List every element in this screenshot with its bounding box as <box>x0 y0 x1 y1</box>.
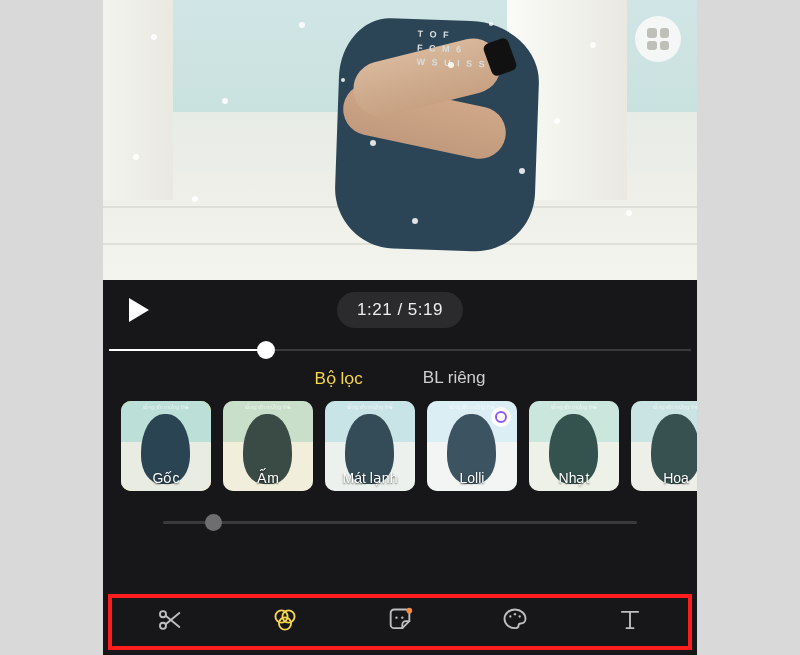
palette-icon <box>501 606 529 638</box>
filter-hoa[interactable]: tổng ơn mừng thế Hoa <box>631 401 697 491</box>
subject-person: T O F F C M 6 W S U I S S <box>297 0 557 240</box>
svg-point-5 <box>395 617 397 619</box>
tab-filters[interactable]: Bộ lọc <box>314 368 362 389</box>
svg-point-9 <box>514 613 516 615</box>
filters-icon <box>271 606 299 638</box>
playback-bar: 1:21 / 5:19 <box>103 284 697 336</box>
svg-point-10 <box>519 615 521 617</box>
tool-draw[interactable] <box>500 607 530 637</box>
seek-fill <box>109 349 266 351</box>
premium-badge-icon <box>491 407 511 427</box>
filter-lolli[interactable]: tổng ơn mừng thế Lolli <box>427 401 517 491</box>
seek-slider[interactable] <box>109 340 691 360</box>
time-display: 1:21 / 5:19 <box>337 292 463 328</box>
filter-strip[interactable]: tổng ơn mừng thế Gốc tổng ơn mừng thế Ấm… <box>103 401 697 491</box>
tool-cut[interactable] <box>155 607 185 637</box>
scissors-icon <box>156 606 184 638</box>
layout-grid-button[interactable] <box>635 16 681 62</box>
video-preview[interactable]: T O F F C M 6 W S U I S S <box>103 0 697 280</box>
seek-knob[interactable] <box>257 341 275 359</box>
tab-custom-filters[interactable]: BL riêng <box>423 368 486 389</box>
svg-point-6 <box>401 617 403 619</box>
bottom-toolbar <box>108 594 692 650</box>
svg-point-7 <box>407 608 413 614</box>
tool-filters[interactable] <box>270 607 300 637</box>
filter-intensity-slider[interactable] <box>163 513 637 531</box>
tool-text[interactable] <box>615 607 645 637</box>
intensity-knob[interactable] <box>205 514 222 531</box>
sticker-icon <box>386 606 414 638</box>
filter-nhat[interactable]: tổng ơn mừng thế Nhạt <box>529 401 619 491</box>
svg-point-3 <box>282 610 294 622</box>
svg-point-8 <box>509 615 511 617</box>
grid-icon <box>647 28 669 50</box>
tool-sticker[interactable] <box>385 607 415 637</box>
filter-tabs: Bộ lọc BL riêng <box>103 368 697 389</box>
text-icon <box>616 606 644 638</box>
play-button[interactable] <box>129 298 149 322</box>
video-editor-screen: T O F F C M 6 W S U I S S 1:21 / 5:19 <box>103 0 697 655</box>
svg-point-2 <box>275 610 287 622</box>
filter-am[interactable]: tổng ơn mừng thế Ấm <box>223 401 313 491</box>
filter-matlanh[interactable]: tổng ơn mừng thế Mát lạnh <box>325 401 415 491</box>
filter-goc[interactable]: tổng ơn mừng thế Gốc <box>121 401 211 491</box>
svg-point-4 <box>279 617 291 629</box>
